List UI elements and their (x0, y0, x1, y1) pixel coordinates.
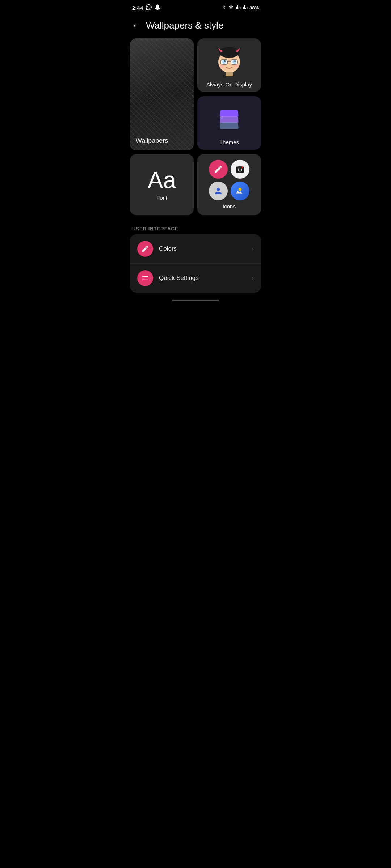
status-bar: 2:44 (125, 0, 266, 14)
wallpapers-label: Wallpapers (136, 137, 188, 145)
battery-percent: 38% (249, 5, 259, 10)
svg-point-11 (224, 60, 226, 62)
avatar (213, 44, 245, 77)
settings-item-quick-settings[interactable]: Quick Settings › (130, 264, 261, 293)
app-icon-3 (209, 182, 228, 200)
layer-mid (220, 116, 239, 123)
colors-icon (137, 241, 153, 257)
svg-point-1 (219, 47, 239, 58)
quick-settings-icon (137, 270, 153, 286)
wallpaper-pattern (130, 38, 194, 150)
themes-label: Themes (219, 139, 239, 145)
themes-card[interactable]: Themes (197, 96, 261, 150)
settings-list: Colors › Quick Settings › (130, 234, 261, 293)
always-on-label: Always-On Display (206, 81, 252, 88)
signal1-icon (236, 5, 241, 11)
svg-point-17 (241, 166, 243, 168)
section-header-ui: USER INTERFACE (125, 219, 266, 234)
svg-point-16 (239, 168, 242, 171)
icons-label: Icons (223, 203, 236, 209)
app-icons-grid (209, 160, 249, 200)
svg-point-12 (234, 60, 236, 62)
svg-point-9 (222, 60, 226, 64)
layer-bot (220, 122, 239, 129)
layer-stack (218, 108, 240, 129)
wifi-icon (228, 5, 234, 11)
svg-point-13 (220, 64, 224, 68)
colors-chevron: › (252, 246, 254, 252)
wallpapers-card[interactable]: Wallpapers (130, 38, 194, 150)
layer-top (220, 110, 239, 116)
quick-settings-label: Quick Settings (159, 275, 246, 282)
app-icon-4 (231, 182, 249, 200)
avatar-svg (213, 44, 245, 77)
svg-rect-15 (226, 72, 233, 76)
status-left: 2:44 (132, 4, 160, 11)
font-preview: Aa (148, 169, 176, 192)
cards-grid: Wallpapers (125, 38, 266, 215)
whatsapp-icon (146, 4, 152, 11)
avatar-container (202, 43, 257, 78)
svg-point-18 (239, 188, 242, 191)
themes-icon (218, 101, 240, 136)
page-title: Wallpapers & style (146, 20, 223, 31)
colors-label: Colors (159, 245, 246, 252)
app-icon-2 (231, 160, 249, 179)
home-indicator (172, 300, 219, 301)
signal2-icon (243, 5, 248, 11)
page-header: ← Wallpapers & style (125, 14, 266, 38)
snapchat-icon (155, 4, 160, 11)
always-on-display-card[interactable]: Always-On Display (197, 38, 261, 92)
font-card[interactable]: Aa Font (130, 154, 194, 215)
quick-settings-chevron: › (252, 275, 254, 281)
svg-point-10 (232, 60, 236, 64)
icons-card[interactable]: Icons (197, 154, 261, 215)
settings-item-colors[interactable]: Colors › (130, 234, 261, 264)
app-icon-1 (209, 160, 228, 179)
font-label: Font (156, 195, 167, 201)
svg-point-14 (234, 64, 239, 68)
back-button[interactable]: ← (132, 21, 140, 30)
bluetooth-icon (222, 4, 226, 11)
status-right: 38% (222, 4, 259, 11)
status-time: 2:44 (132, 5, 143, 11)
